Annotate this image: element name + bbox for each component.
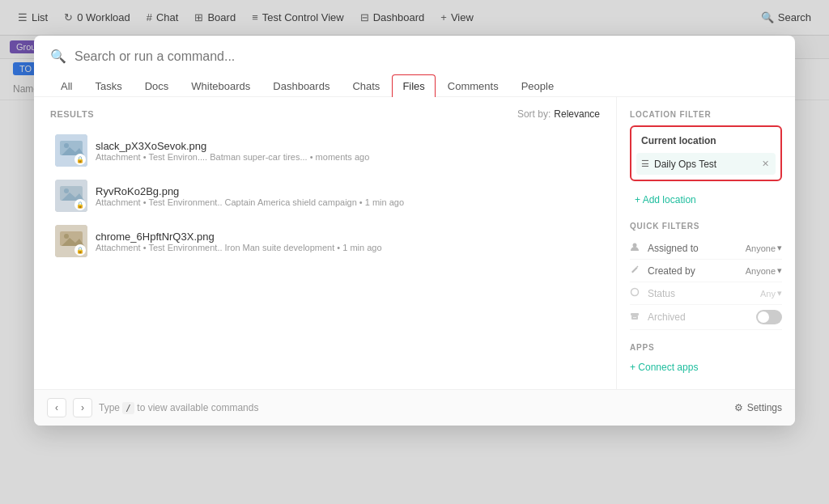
file-info-1: slack_pX3XoSevok.png Attachment • Test E… <box>96 140 470 162</box>
archived-label: Archived <box>648 311 751 323</box>
tab-docs[interactable]: Docs <box>134 74 180 97</box>
apps-section: APPS + Connect apps <box>630 343 782 376</box>
circle-icon <box>630 287 640 297</box>
add-location-btn[interactable]: + Add location <box>630 191 782 209</box>
location-item-icon: ☰ <box>641 159 649 169</box>
footer-settings-label: Settings <box>747 402 782 413</box>
svg-point-2 <box>64 143 69 148</box>
current-location-label: Current location <box>636 132 776 150</box>
svg-rect-14 <box>631 313 639 316</box>
created-by-label: Created by <box>648 265 741 277</box>
created-by-icon <box>630 265 643 277</box>
archived-icon <box>630 311 643 324</box>
filter-created-by: Created by Anyone ▾ <box>630 260 782 282</box>
status-value: Any ▾ <box>760 288 782 299</box>
file-back-btn-1[interactable]: ↩ <box>478 139 500 162</box>
status-icon <box>630 287 643 299</box>
toggle-thumb <box>758 311 769 323</box>
filter-archived: Archived <box>630 305 782 330</box>
sort-row: Sort by: Relevance <box>517 108 600 120</box>
footer-nav: ‹ › Type / to view available commands <box>47 398 258 417</box>
svg-point-13 <box>631 289 639 296</box>
location-item[interactable]: ☰ Daily Ops Test ✕ <box>636 153 776 175</box>
file-thumb-badge-3: 🔒 <box>74 244 86 256</box>
file-meta-1: Attachment • Test Environ.... Batman sup… <box>96 152 470 162</box>
footer-forward-btn[interactable]: › <box>73 398 92 417</box>
tab-files[interactable]: Files <box>392 74 435 97</box>
connect-apps-label: + Connect apps <box>630 362 698 373</box>
file-link-btn-2[interactable]: 🔗 <box>529 184 552 207</box>
location-filter-title: LOCATION FILTER <box>630 110 782 119</box>
file-tab-btn-1[interactable]: Tab →| <box>555 139 595 162</box>
assigned-to-value[interactable]: Anyone ▾ <box>746 243 782 253</box>
search-modal: 🔍 All Tasks Docs Whiteboards Dashboards <box>34 36 795 426</box>
modal-footer: ‹ › Type / to view available commands ⚙ … <box>34 389 795 426</box>
footer-hint: Type / to view available commands <box>99 402 258 413</box>
modal-overlay: 🔍 All Tasks Docs Whiteboards Dashboards <box>0 0 829 504</box>
results-label: RESULTS <box>50 109 94 119</box>
tab-all[interactable]: All <box>50 74 83 97</box>
tab-comments[interactable]: Comments <box>437 74 509 97</box>
settings-icon: ⚙ <box>734 402 743 413</box>
open-icon <box>509 190 521 201</box>
file-back-btn-2[interactable]: ↩ <box>478 184 500 207</box>
file-info-2: RyvRoKo2Bg.png Attachment • Test Environ… <box>96 185 470 207</box>
filter-assigned-to: Assigned to Anyone ▾ <box>630 237 782 260</box>
file-thumb-badge-1: 🔒 <box>74 154 86 165</box>
location-item-text: Daily Ops Test <box>654 159 755 170</box>
open-icon <box>509 145 521 156</box>
assigned-to-label: Assigned to <box>648 243 741 254</box>
results-header: RESULTS Sort by: Relevance <box>50 108 600 120</box>
pen-icon <box>630 265 640 274</box>
file-thumb-1: 🔒 <box>55 134 87 167</box>
modal-body: RESULTS Sort by: Relevance <box>34 97 795 389</box>
tab-dashboards[interactable]: Dashboards <box>262 74 340 97</box>
file-item[interactable]: 🔒 RyvRoKo2Bg.png Attachment • Test Envir… <box>50 173 600 218</box>
file-tab-btn-3[interactable]: Tab →| <box>555 230 595 252</box>
file-name-2: RyvRoKo2Bg.png <box>96 185 470 197</box>
file-tab-btn-2[interactable]: Tab →| <box>555 184 595 207</box>
archived-toggle[interactable] <box>756 310 782 324</box>
location-close-btn[interactable]: ✕ <box>760 157 771 171</box>
file-open-btn-1[interactable] <box>504 139 526 162</box>
connect-apps-btn[interactable]: + Connect apps <box>630 358 782 376</box>
file-open-btn-2[interactable] <box>504 184 526 207</box>
tab-whiteboards[interactable]: Whiteboards <box>181 74 261 97</box>
file-item[interactable]: 🔒 chrome_6HpftNrQ3X.png Attachment • Tes… <box>50 218 600 264</box>
footer-slash: / <box>122 402 134 414</box>
file-info-3: chrome_6HpftNrQ3X.png Attachment • Test … <box>96 231 470 252</box>
footer-settings-btn[interactable]: ⚙ Settings <box>734 402 782 413</box>
file-name-1: slack_pX3XoSevok.png <box>96 140 470 152</box>
filter-pane: LOCATION FILTER Current location ☰ Daily… <box>617 97 795 389</box>
file-item[interactable]: 🔒 slack_pX3XoSevok.png Attachment • Test… <box>50 128 600 173</box>
svg-point-6 <box>64 188 69 193</box>
search-input-row: 🔍 <box>50 49 779 64</box>
file-name-3: chrome_6HpftNrQ3X.png <box>96 231 470 243</box>
tab-chats[interactable]: Chats <box>342 74 390 97</box>
file-back-btn-3[interactable]: ↩ <box>478 230 500 252</box>
location-box: Current location ☰ Daily Ops Test ✕ <box>630 125 782 181</box>
file-thumb-3: 🔒 <box>55 225 87 257</box>
file-thumb-badge-2: 🔒 <box>74 199 86 210</box>
tab-tasks[interactable]: Tasks <box>84 74 132 97</box>
file-meta-3: Attachment • Test Environment.. Iron Man… <box>96 243 470 252</box>
search-input[interactable] <box>74 49 779 64</box>
file-link-btn-1[interactable]: 🔗 <box>529 139 552 162</box>
sort-value[interactable]: Relevance <box>554 108 600 120</box>
apps-title: APPS <box>630 343 782 352</box>
file-meta-2: Attachment • Test Environment.. Captain … <box>96 197 470 207</box>
results-pane: RESULTS Sort by: Relevance <box>34 97 617 389</box>
svg-point-10 <box>64 234 69 239</box>
footer-back-btn[interactable]: ‹ <box>47 398 66 417</box>
file-open-btn-3[interactable] <box>504 230 526 252</box>
quick-filters-title: QUICK FILTERS <box>630 222 782 231</box>
chevron-down-icon: ▾ <box>777 265 782 276</box>
person-icon <box>630 242 640 252</box>
file-thumb-2: 🔒 <box>55 180 87 212</box>
tab-people[interactable]: People <box>511 74 564 97</box>
filter-status: Status Any ▾ <box>630 282 782 305</box>
filter-tabs: All Tasks Docs Whiteboards Dashboards Ch… <box>50 74 779 96</box>
created-by-value[interactable]: Anyone ▾ <box>746 265 782 276</box>
file-link-btn-3[interactable]: 🔗 <box>529 230 552 252</box>
assigned-to-icon <box>630 242 643 254</box>
